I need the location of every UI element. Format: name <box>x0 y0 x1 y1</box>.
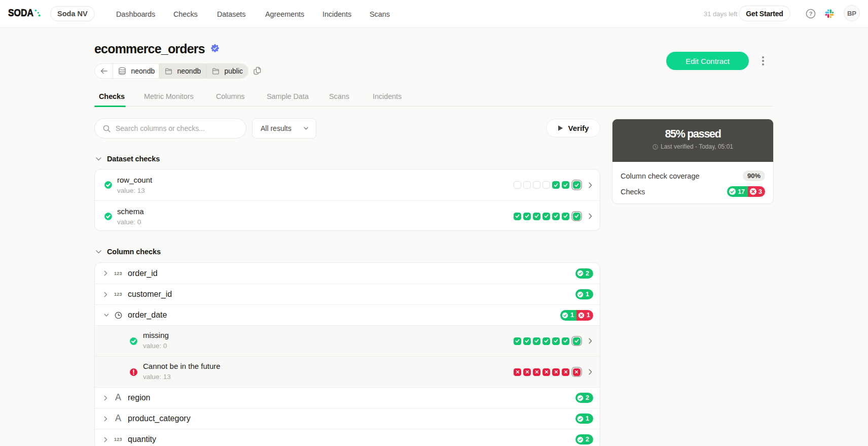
svg-text:?: ? <box>809 11 813 17</box>
svg-text:SODA: SODA <box>8 7 33 18</box>
